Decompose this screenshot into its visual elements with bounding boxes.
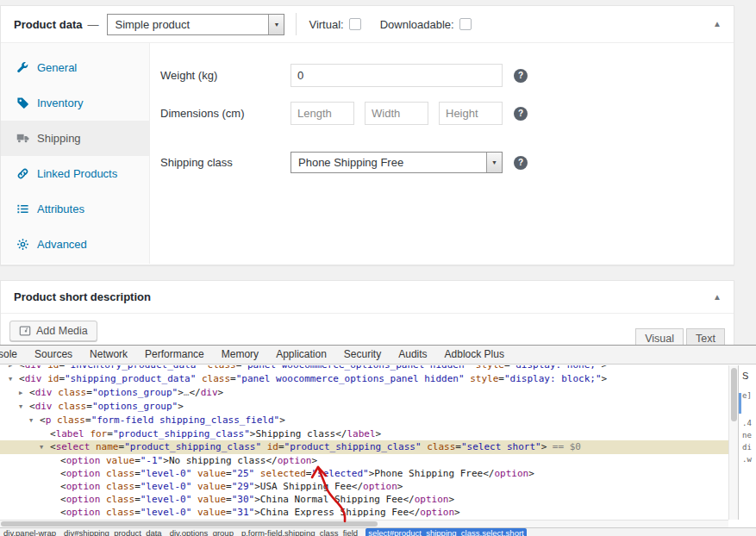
disclosure-expanded-icon[interactable]: ▼ xyxy=(19,401,29,414)
styles-panel-marker xyxy=(739,393,741,414)
width-input[interactable] xyxy=(365,102,428,125)
disclosure-expanded-icon[interactable]: ▼ xyxy=(29,414,40,427)
styles-panel-fragment: .4 xyxy=(742,419,752,427)
code-attr: value xyxy=(197,507,226,518)
length-input[interactable] xyxy=(291,102,354,125)
code-text xyxy=(100,481,106,492)
dimensions-row: Dimensions (cm) ? xyxy=(150,102,734,125)
styles-panel-fragment: e] xyxy=(742,391,752,400)
code-tag: div xyxy=(25,365,42,371)
add-media-label: Add Media xyxy=(36,325,88,337)
devtools-tab-audits[interactable]: Audits xyxy=(390,346,435,364)
code-text: </ xyxy=(266,455,277,466)
breadcrumb-item[interactable]: p.form-field.shipping_class_field xyxy=(241,528,358,536)
code-tag: option xyxy=(66,507,101,518)
dimensions-label: Dimensions (cm) xyxy=(150,107,291,120)
virtual-checkbox[interactable] xyxy=(349,18,361,30)
collapse-toggle-icon[interactable]: ▲ xyxy=(713,19,722,28)
devtools-tab-memory[interactable]: Memory xyxy=(213,346,267,364)
code-line[interactable]: ▼<p class="form-field shipping_class_fie… xyxy=(0,414,728,427)
product-type-select[interactable]: Simple product ▼ xyxy=(107,14,284,35)
tab-general[interactable]: General xyxy=(1,50,149,85)
code-text xyxy=(191,507,197,518)
code-text: > xyxy=(163,455,169,466)
breadcrumb-item[interactable]: div#shipping_product_data xyxy=(64,528,162,536)
devtools-tab-security[interactable]: Security xyxy=(335,346,390,364)
devtools-tab-console[interactable]: Console xyxy=(0,346,26,364)
tab-attributes[interactable]: Attributes xyxy=(1,191,149,227)
code-attr: class xyxy=(427,441,455,452)
tab-shipping[interactable]: Shipping xyxy=(1,121,149,156)
code-attr: class xyxy=(58,401,86,412)
breadcrumb-item[interactable]: select#product_shipping_class.select.sho… xyxy=(366,528,527,536)
devtools-tab-sources[interactable]: Sources xyxy=(26,346,81,364)
collapse-toggle-icon[interactable]: ▲ xyxy=(713,292,722,302)
code-attr: class xyxy=(57,414,85,426)
tab-inventory[interactable]: Inventory xyxy=(1,85,149,121)
code-tag: option xyxy=(420,507,454,518)
code-text xyxy=(100,507,106,518)
code-text: = xyxy=(134,507,141,518)
code-line[interactable]: ▼<div id="shipping_product_data" class="… xyxy=(0,372,728,386)
help-icon[interactable]: ? xyxy=(514,156,528,170)
code-value: "panel woocommerce_options_panel hidden" xyxy=(236,373,465,384)
add-media-button[interactable]: Add Media xyxy=(9,321,97,341)
disclosure-expanded-icon[interactable]: ▼ xyxy=(40,441,50,454)
weight-label: Weight (kg) xyxy=(150,69,291,82)
code-tag: option xyxy=(66,468,101,479)
code-text: < xyxy=(60,507,66,518)
weight-input[interactable] xyxy=(291,64,503,87)
disclosure-collapsed-icon[interactable]: ▶ xyxy=(9,365,19,372)
product-data-body: GeneralInventoryShippingLinked ProductsA… xyxy=(1,43,734,264)
code-line[interactable]: ▶<div id="inventory_product_data" class=… xyxy=(0,365,728,372)
breadcrumb-item[interactable]: div.panel-wrap xyxy=(3,528,56,536)
code-value: "options_group" xyxy=(92,401,178,412)
devtools-tab-network[interactable]: Network xyxy=(81,346,136,364)
disclosure-expanded-icon[interactable]: ▼ xyxy=(9,373,19,386)
code-text: > xyxy=(602,373,608,384)
code-value: "29" xyxy=(232,481,255,492)
code-attr: id xyxy=(47,373,59,384)
code-value: "select short" xyxy=(461,441,541,452)
breadcrumb-item[interactable]: div.options_group xyxy=(170,528,234,536)
code-text: USA Shipping Fee xyxy=(260,481,352,492)
devtools-tab-application[interactable]: Application xyxy=(267,346,335,364)
code-line[interactable]: <option value="-1">No shipping class</op… xyxy=(0,454,728,467)
code-line[interactable]: <option class="level-0" value="25" selec… xyxy=(0,467,728,480)
tab-linked-products[interactable]: Linked Products xyxy=(1,156,149,191)
code-line[interactable]: <option class="level-0" value="30">China… xyxy=(0,493,728,506)
scrollbar-thumb[interactable] xyxy=(1,521,378,527)
code-attr: class xyxy=(106,468,134,479)
code-line[interactable]: <label for="product_shipping_class">Ship… xyxy=(0,427,728,440)
vertical-scrollbar[interactable] xyxy=(728,365,738,520)
help-icon[interactable]: ? xyxy=(514,69,528,83)
disclosure-collapsed-icon[interactable]: ▶ xyxy=(19,387,29,400)
tab-advanced[interactable]: Advanced xyxy=(1,227,149,262)
code-value: "form-field shipping_class_field" xyxy=(91,414,280,426)
styles-panel-fragment: S xyxy=(742,371,748,381)
code-text: = xyxy=(455,441,461,452)
scrollbar-thumb[interactable] xyxy=(731,368,737,421)
code-line[interactable]: <option class="level-0" value="29">USA S… xyxy=(0,480,728,493)
height-input[interactable] xyxy=(439,102,503,125)
horizontal-scrollbar[interactable] xyxy=(0,520,728,527)
code-text: < xyxy=(29,387,35,398)
code-line[interactable]: ▶<div class="options_group">…</div> xyxy=(0,386,728,400)
downloadable-checkbox[interactable] xyxy=(459,18,472,30)
code-attr: name xyxy=(96,441,119,452)
code-text: Phone Shipping Free xyxy=(374,468,483,479)
code-text: = xyxy=(134,494,141,505)
devtools-panel: ConsoleSourcesNetworkPerformanceMemoryAp… xyxy=(0,345,756,536)
devtools-tab-adblock-plus[interactable]: Adblock Plus xyxy=(436,346,513,364)
code-line[interactable]: ▼<div class="options_group"> xyxy=(0,400,728,414)
help-icon[interactable]: ? xyxy=(514,107,528,121)
shipping-class-select[interactable]: Phone Shipping Free ▼ xyxy=(291,152,503,173)
code-line[interactable]: <option class="level-0" value="31">China… xyxy=(0,506,728,519)
devtools-tabbar: ConsoleSourcesNetworkPerformanceMemoryAp… xyxy=(0,346,756,365)
code-value: "30" xyxy=(232,494,255,505)
code-value: "shipping_product_data" xyxy=(65,373,196,384)
code-attr: class xyxy=(58,387,86,398)
code-line[interactable]: ▼<select name="product_shipping_class" i… xyxy=(0,440,728,454)
devtools-tab-performance[interactable]: Performance xyxy=(136,346,213,364)
code-text xyxy=(90,441,96,452)
